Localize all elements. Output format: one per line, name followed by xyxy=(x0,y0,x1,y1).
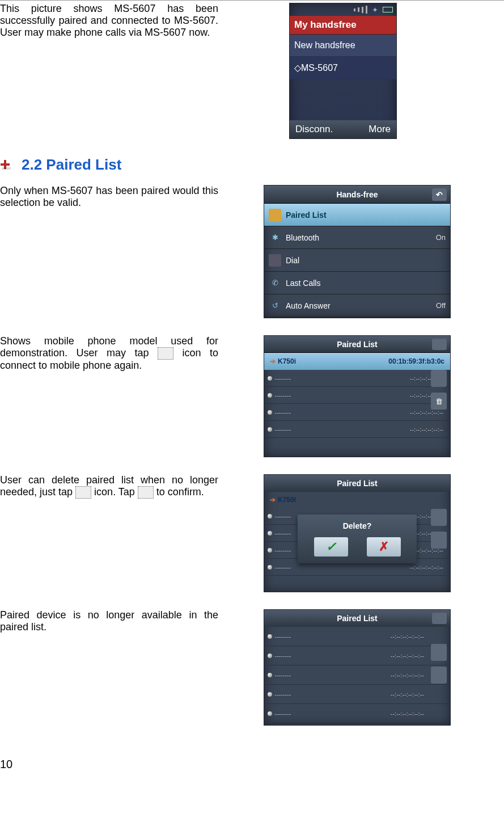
menu-item-ms5607[interactable]: ◇MS-5607 xyxy=(290,57,396,79)
softkey-more[interactable]: More xyxy=(369,124,391,135)
screenshot-paired-phone: ✦ My handsfree New handsfree ◇MS-5607 Di… xyxy=(289,3,397,139)
auto-answer-icon: ↺ xyxy=(269,300,281,312)
back-icon[interactable] xyxy=(432,613,447,624)
phone-icon: ✆ xyxy=(269,277,281,289)
header-title: Paired List xyxy=(337,614,378,623)
menu-item-new-handsfree[interactable]: New handsfree xyxy=(290,35,396,57)
back-icon[interactable]: ↶ xyxy=(432,188,447,201)
header-title: Hands-free xyxy=(336,190,378,199)
connect-button-icon[interactable] xyxy=(431,644,447,661)
section5-text: Paired device is no longer available in … xyxy=(0,609,218,633)
back-icon[interactable] xyxy=(432,339,447,350)
empty-slot: ----------:--:--:--:--:-- xyxy=(264,370,450,387)
menu-item-last-calls[interactable]: ✆ Last Calls xyxy=(264,272,450,294)
dial-icon xyxy=(269,254,281,267)
softkey-disconnect[interactable]: Disconn. xyxy=(295,124,333,135)
screenshot-delete-dialog: Paired List ➔K750i ----------:--:--:--:-… xyxy=(264,474,451,592)
paired-device-row[interactable]: ➔K750i 00:1b:59:3f:b3:0c xyxy=(264,353,450,370)
status-bar: ✦ xyxy=(290,3,396,16)
connect-button-icon[interactable] xyxy=(431,370,447,387)
empty-slot: ----------:--:--:--:--:-- xyxy=(264,421,450,438)
connect-button-icon[interactable] xyxy=(431,509,447,526)
heading-text: 2.2 Paired List xyxy=(22,156,121,174)
confirm-icon xyxy=(138,486,154,499)
menu-item-auto-answer[interactable]: ↺ Auto Answer Off xyxy=(264,294,450,317)
section3-text: Shows mobile phone model used for demons… xyxy=(0,335,218,372)
connect-icon xyxy=(158,347,173,360)
dialog-text: Delete? xyxy=(304,521,410,530)
empty-slot: ----------:--:--:--:--:-- xyxy=(264,685,450,704)
section1-text: This picture shows MS-5607 has been succ… xyxy=(0,3,218,39)
bluetooth-icon: ✱ xyxy=(269,231,281,244)
menu-item-bluetooth[interactable]: ✱ Bluetooth On xyxy=(264,226,450,249)
plus-bullet-icon xyxy=(0,159,11,171)
delete-icon xyxy=(75,486,91,499)
delete-button-icon[interactable] xyxy=(431,532,447,549)
screenshot-handsfree-menu: Hands-free ↶ Paired List ✱ Bluetooth On … xyxy=(264,185,451,318)
delete-button-icon[interactable]: 🗑 xyxy=(431,393,447,410)
page-number: 10 xyxy=(0,758,12,771)
empty-slot: ----------:--:--:--:--:-- xyxy=(264,646,450,665)
menu-item-paired-list[interactable]: Paired List xyxy=(264,204,450,226)
screenshot-paired-list-empty: Paired List ----------:--:--:--:--:-- --… xyxy=(264,609,451,726)
empty-slot: ----------:--:--:--:--:-- xyxy=(264,404,450,421)
section4-text: User can delete paired list when no long… xyxy=(0,474,218,499)
paired-device-row: ➔K750i xyxy=(264,492,450,508)
star-icon: ✦ xyxy=(372,6,378,14)
cancel-button[interactable]: ✗ xyxy=(367,537,401,557)
section2-text: Only when MS-5607 has been paired would … xyxy=(0,185,218,209)
header-title: Paired List xyxy=(337,340,378,349)
confirm-button[interactable]: ✓ xyxy=(314,537,348,557)
section-heading: 2.2 Paired List xyxy=(0,156,504,174)
screen-title: My handsfree xyxy=(290,16,396,35)
list-icon xyxy=(269,209,281,221)
empty-slot: ----------:--:--:--:--:-- xyxy=(264,665,450,685)
empty-slot: ----------:--:--:--:--:-- xyxy=(264,704,450,723)
empty-slot: ----------:--:--:--:--:-- xyxy=(264,627,450,646)
delete-dialog: Delete? ✓ ✗ xyxy=(298,515,417,563)
header-title: Paired List xyxy=(264,475,450,492)
battery-icon xyxy=(383,7,393,12)
screenshot-paired-list: Paired List ➔K750i 00:1b:59:3f:b3:0c ---… xyxy=(264,335,451,457)
menu-item-dial[interactable]: Dial xyxy=(264,249,450,272)
delete-button-icon[interactable] xyxy=(431,667,447,684)
empty-slot: ----------:--:--:--:--:-- xyxy=(264,387,450,404)
